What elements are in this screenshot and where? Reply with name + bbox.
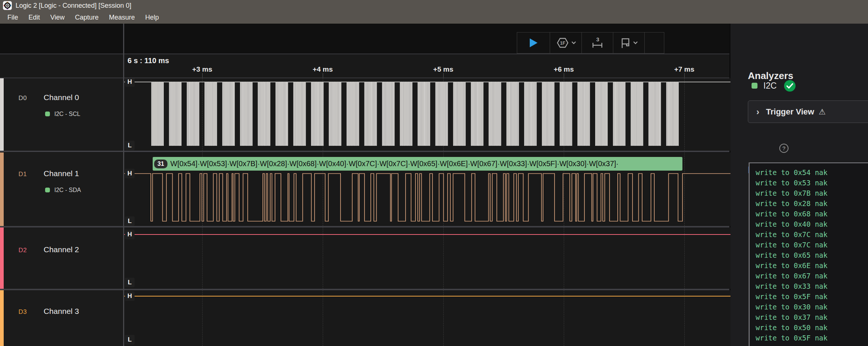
channel-name: Channel 2 [44, 245, 79, 254]
menu-item-view[interactable]: View [45, 11, 70, 24]
waveform-area[interactable]: HL [124, 227, 730, 289]
toolbar-spacer [644, 32, 664, 53]
logic2-window: Logic 2 [Logic - Connected] [Session 0] … [0, 0, 868, 346]
menu-item-capture[interactable]: Capture [70, 11, 104, 24]
analyzer-status-check-icon [784, 80, 796, 92]
channel-id: D1 [18, 171, 27, 178]
channel-row-d2: D2 Channel 2 HL [0, 227, 729, 289]
channel-label[interactable]: D2 Channel 2 [4, 227, 123, 289]
data-table-row[interactable]: write to 0x7B nak [756, 189, 827, 197]
waveform-area[interactable]: HL [124, 290, 730, 346]
data-table-row[interactable]: write to 0x37 nak [756, 313, 827, 321]
channel-row-d0: D0 Channel 0 I2C - SCL HL [0, 78, 729, 151]
menu-bar: FileEditViewCaptureMeasureHelp [0, 11, 868, 24]
data-table-row[interactable]: write to 0x40 nak [756, 220, 827, 228]
high-level-marker: H [125, 78, 135, 87]
waveform-area[interactable]: 31W[0x54]·W[0x53]·W[0x7B]·W[0x28]·W[0x68… [124, 153, 730, 226]
channel-row-d3: D3 Channel 3 HL [0, 290, 729, 346]
chevron-down-icon [633, 41, 638, 44]
low-level-marker: L [125, 335, 135, 345]
data-table-row[interactable]: write to 0x5F nak [756, 334, 827, 342]
data-table[interactable]: write to 0x54 nakwrite to 0x53 nakwrite … [749, 162, 868, 346]
timeline-tick-mark [564, 73, 564, 78]
annotation-count-badge: 31 [154, 160, 167, 168]
timeline-tick-mark [684, 73, 685, 78]
channel-id: D2 [18, 247, 27, 254]
data-table-row[interactable]: write to 0x6E nak [756, 261, 827, 270]
data-table-row[interactable]: write to 0x50 nak [756, 323, 827, 332]
analyzers-sidebar: Analyzers I2C › Trigger View ⚠ Data ? wr… [730, 24, 868, 346]
channel-color-strip [0, 290, 4, 346]
channel-analyzer-label: I2C - SCL [54, 111, 80, 117]
chevron-right-icon: › [756, 107, 759, 117]
channel-color-strip [0, 153, 4, 226]
low-level-marker: L [125, 141, 135, 150]
svg-text:1F: 1F [560, 41, 565, 46]
annotations-button[interactable] [613, 32, 644, 53]
trigger-view-button[interactable]: › Trigger View ⚠ [748, 100, 868, 123]
annotation-text: W[0x54]·W[0x53]·W[0x7B]·W[0x28]·W[0x68]·… [170, 160, 618, 168]
timeline-tick-label: +3 ms [192, 65, 212, 73]
channel-analyzer-label: I2C - SDA [54, 187, 81, 193]
channel-color-strip [0, 78, 4, 151]
data-table-row[interactable]: write to 0x68 nak [756, 210, 827, 218]
timeline-ruler[interactable]: 6 s : 110 ms +3 ms+4 ms+5 ms+6 ms+7 ms [0, 54, 729, 78]
timeline-tick-label: +6 ms [554, 65, 574, 73]
timeline-tick-mark [202, 73, 203, 78]
channel-id: D3 [18, 308, 27, 316]
analyzer-item-i2c[interactable]: I2C [730, 79, 868, 94]
timing-marker-icon: 3 [591, 37, 604, 49]
low-level-marker: L [125, 278, 135, 287]
data-table-row[interactable]: write to 0x5F nak [756, 292, 827, 301]
timeline-tick-mark [443, 73, 444, 78]
data-table-row[interactable]: write to 0x30 nak [756, 303, 827, 311]
timeline-tick-label: +4 ms [313, 65, 333, 73]
menu-item-help[interactable]: Help [140, 11, 164, 24]
channel-name: Channel 1 [44, 169, 79, 178]
channel-label[interactable]: D0 Channel 0 I2C - SCL [4, 78, 123, 151]
device-settings-button[interactable]: 1F [550, 32, 582, 53]
data-table-row[interactable]: write to 0x65 nak [756, 251, 827, 259]
capture-toolbar: 1F 3 [517, 32, 664, 54]
play-capture-button[interactable] [517, 32, 550, 53]
play-icon [529, 38, 538, 48]
channel-row-d1: D1 Channel 1 I2C - SDA 31W[0x54]·W[0x53]… [0, 153, 729, 226]
high-level-marker: H [125, 169, 135, 178]
device-hexagon-icon: 1F [556, 37, 569, 49]
data-table-row[interactable]: write to 0x7C nak [756, 230, 827, 239]
trigger-view-label: Trigger View [766, 107, 814, 117]
menu-item-file[interactable]: File [2, 11, 23, 24]
analyzer-color-dot [752, 83, 757, 89]
help-icon[interactable]: ? [779, 144, 789, 153]
signal-trace [124, 78, 730, 151]
low-level-marker: L [125, 216, 135, 226]
channel-name: Channel 3 [44, 307, 79, 316]
chevron-down-icon [572, 41, 576, 44]
timing-markers-button[interactable]: 3 [582, 32, 613, 53]
channel-label[interactable]: D1 Channel 1 I2C - SDA [4, 153, 123, 226]
toolbar-row: 1F 3 [0, 24, 729, 54]
data-table-row[interactable]: write to 0x67 nak [756, 272, 827, 280]
channel-color-strip [0, 227, 4, 289]
data-table-row[interactable]: write to 0x28 nak [756, 199, 827, 208]
channel-separator[interactable] [0, 151, 729, 152]
data-table-row[interactable]: write to 0x7C nak [756, 241, 827, 249]
menu-item-measure[interactable]: Measure [104, 11, 140, 24]
app-icon [3, 1, 12, 10]
analyzer-color-dot [45, 112, 50, 116]
high-level-marker: H [125, 291, 135, 301]
analyzer-color-dot [45, 188, 50, 192]
flag-icon [620, 37, 631, 48]
analyzer-label: I2C [763, 79, 777, 92]
waveform-area[interactable]: HL [124, 78, 730, 151]
warning-icon: ⚠ [818, 107, 825, 116]
signal-trace [124, 290, 730, 346]
data-table-row[interactable]: write to 0x53 nak [756, 179, 827, 187]
data-table-row[interactable]: write to 0x54 nak [756, 168, 827, 177]
timeline-offset-label: 6 s : 110 ms [128, 56, 169, 65]
channel-label[interactable]: D3 Channel 3 [4, 290, 123, 346]
high-level-marker: H [125, 230, 135, 239]
i2c-decode-annotation[interactable]: 31W[0x54]·W[0x53]·W[0x7B]·W[0x28]·W[0x68… [153, 157, 682, 171]
data-table-row[interactable]: write to 0x33 nak [756, 282, 827, 290]
menu-item-edit[interactable]: Edit [23, 11, 45, 24]
